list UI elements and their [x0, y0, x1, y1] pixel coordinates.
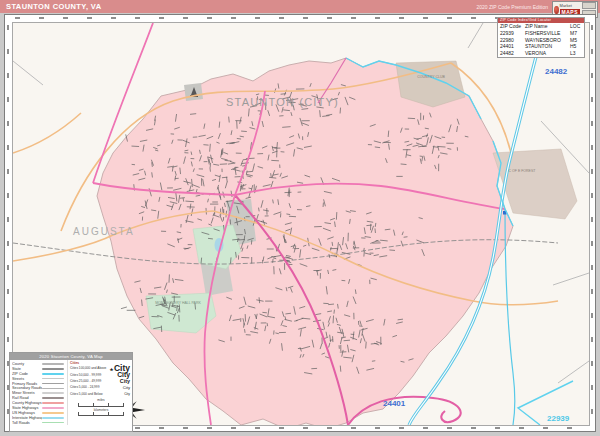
zip-table-row: 24482VERONAL3 [498, 50, 584, 57]
country-club-label: COUNTRY CLUB [411, 75, 451, 79]
legend-swatch [42, 422, 64, 424]
zip-label-22939: 22939 [547, 414, 569, 423]
city-label: STAUNTON (CITY) [226, 96, 339, 108]
forest-label: C OF E FOREST [505, 169, 539, 173]
legend-swatch [42, 392, 64, 394]
zip-table-row: 24401STAUNTONH5 [498, 43, 584, 50]
zip-label-24482: 24482 [545, 67, 567, 76]
zip-table-row: 22939FISHERSVILLEM7 [498, 30, 584, 37]
map-poster: STAUNTON COUNTY, VA 2020 ZIP Code Premiu… [0, 0, 600, 436]
map-legend: 2020 Staunton County, VA Map County Stat… [9, 352, 133, 432]
grid-ticks-right [591, 25, 593, 421]
legend-swatch [42, 368, 64, 370]
legend-swatch [42, 383, 64, 385]
legend-item: Toll Roads [12, 420, 67, 425]
legend-swatch [42, 397, 64, 399]
legend-swatch [42, 417, 64, 419]
park-label: MONTGOMERY HALL PARK [155, 301, 201, 305]
zip-index-table: ZIP Code Index/Grid Locator ZIP Code ZIP… [497, 17, 585, 58]
zip-table-row: 22980WAYNESBOROM5 [498, 37, 584, 44]
city-star-icon: ★ [109, 367, 113, 372]
legend-swatch [42, 378, 64, 380]
header-bar: STAUNTON COUNTY, VA 2020 ZIP Code Premiu… [0, 0, 600, 13]
legend-city-class: Cities 5,000 and BelowCity [70, 391, 132, 397]
logo-swirl-icon [554, 6, 559, 14]
legend-swatch [42, 407, 64, 409]
edition-label: 2020 ZIP Code Premium Edition [476, 4, 548, 10]
zip-label-24401: 24401 [383, 399, 405, 408]
legend-swatch [42, 402, 64, 404]
legend-title: 2020 Staunton County, VA Map [10, 353, 132, 360]
legend-feature-list: County State ZIP Code Streets Primary Ro… [10, 360, 67, 425]
zip-table-header: ZIP Code ZIP Name LOC [498, 23, 584, 30]
legend-swatch [42, 388, 64, 390]
logo-script-text: Market [560, 4, 580, 8]
scale-bar-miles: miles [70, 399, 132, 407]
legend-swatch [42, 412, 64, 414]
legend-cities-column: Cities Cities 100,000 and Above★City Cit… [67, 360, 132, 425]
legend-swatch [42, 373, 64, 375]
scale-bar-km: kilometers [70, 409, 132, 417]
page-title: STAUNTON COUNTY, VA [6, 2, 102, 11]
legend-swatch [42, 363, 64, 365]
neighbor-county-label: AUGUSTA [73, 226, 135, 237]
